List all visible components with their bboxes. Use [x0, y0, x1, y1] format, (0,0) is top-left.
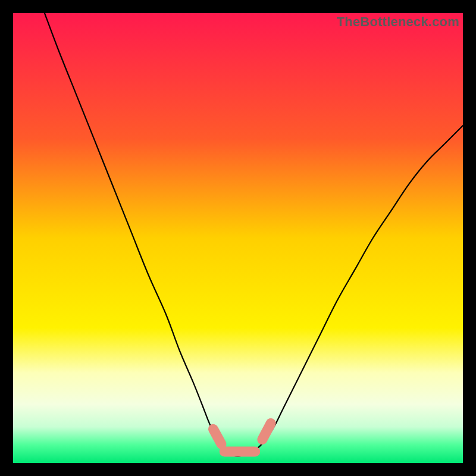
gradient-background — [13, 13, 463, 463]
watermark-text: TheBottleneck.com — [337, 14, 459, 30]
plot-area — [13, 13, 463, 463]
pill-left — [213, 429, 221, 444]
chart-svg — [13, 13, 463, 463]
outer-frame: TheBottleneck.com — [0, 0, 476, 476]
